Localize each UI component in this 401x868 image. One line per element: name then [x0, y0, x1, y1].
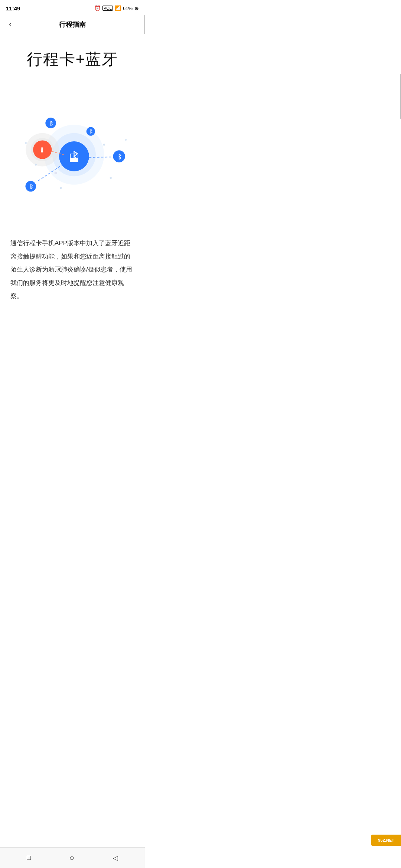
scroll-indicator — [144, 15, 145, 34]
battery-icon: ⊕ — [134, 5, 139, 11]
vol-icon: VOL — [102, 6, 113, 11]
svg-point-22 — [110, 177, 112, 179]
status-bar: 11:49 ⏰ VOL 📶 61% ⊕ — [0, 0, 145, 15]
signal-icon: 📶 — [115, 5, 121, 11]
battery-percent: 61% — [123, 6, 133, 11]
svg-point-25 — [125, 139, 127, 141]
hero-title: 行程卡+蓝牙 — [7, 49, 137, 70]
alarm-icon: ⏰ — [94, 5, 101, 11]
svg-point-21 — [103, 144, 105, 145]
svg-text:🌡: 🌡 — [39, 146, 46, 154]
bt-visualization: 🌡 ⬓ — [7, 81, 137, 222]
status-right-icons: ⏰ VOL 📶 61% ⊕ — [94, 5, 139, 11]
back-button[interactable]: ‹ — [6, 19, 14, 30]
page-title: 行程指南 — [59, 20, 86, 29]
svg-point-23 — [60, 187, 62, 189]
status-time: 11:49 — [6, 5, 20, 11]
main-content: 行程卡+蓝牙 🌡 ⬓ — [0, 34, 145, 321]
svg-point-24 — [55, 172, 57, 174]
description-text: 通信行程卡手机APP版本中加入了蓝牙近距离接触提醒功能，如果和您近距离接触过的陌… — [7, 237, 137, 303]
bt-svg: 🌡 ⬓ — [7, 81, 137, 222]
svg-point-26 — [25, 142, 27, 144]
svg-point-20 — [35, 164, 37, 165]
nav-bar: ‹ 行程指南 — [0, 15, 145, 34]
